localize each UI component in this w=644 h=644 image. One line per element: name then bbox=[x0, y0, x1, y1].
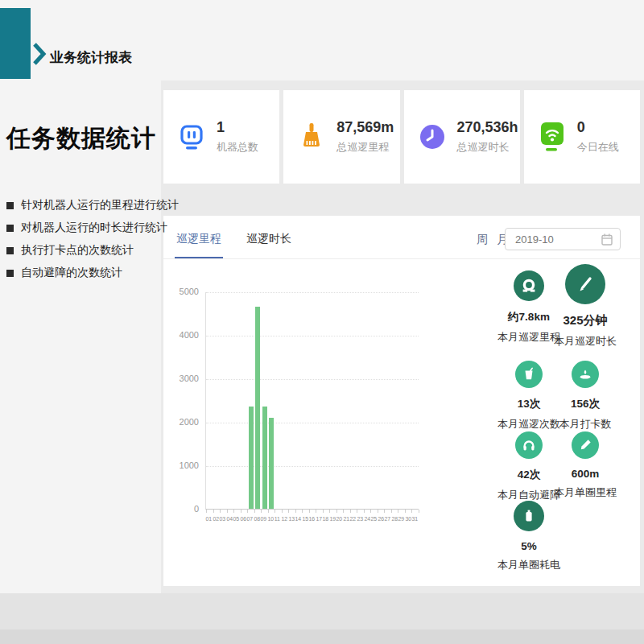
square-bullet-icon bbox=[6, 270, 14, 277]
x-axis-tick bbox=[323, 510, 324, 513]
bar-day-10[interactable] bbox=[269, 418, 274, 509]
brand-block bbox=[0, 8, 31, 79]
x-tick-label: 06 bbox=[240, 515, 246, 522]
stat-label: 本月打卡数 bbox=[559, 417, 612, 431]
x-axis-tick bbox=[275, 510, 275, 513]
magnet-icon bbox=[514, 270, 544, 301]
card-value: 0 bbox=[577, 119, 619, 136]
headset-icon bbox=[515, 431, 543, 459]
x-tick-label: 03 bbox=[219, 515, 225, 522]
rocket-icon bbox=[572, 431, 599, 459]
stat-value: 156次 bbox=[571, 397, 600, 411]
x-tick-label: 27 bbox=[385, 515, 391, 522]
x-axis-tick bbox=[411, 510, 412, 513]
bar-day-07[interactable] bbox=[249, 407, 254, 509]
stat-label: 本月巡逻里程 bbox=[497, 330, 560, 345]
stat-label: 本月单圈里程 bbox=[554, 485, 617, 500]
y-tick-label: 4000 bbox=[163, 330, 199, 340]
x-axis-tick bbox=[398, 510, 398, 513]
card-total-mileage: 87,569m 总巡逻里程 bbox=[283, 90, 399, 184]
x-tick-label: 16 bbox=[309, 515, 316, 522]
stat-month-lap-mileage: 600m 本月单圈里程 bbox=[557, 431, 613, 500]
card-robot-total: 1 机器总数 bbox=[163, 90, 279, 184]
main-panel: 巡逻里程 巡逻时长 周 月 2019-10 010002000300040005… bbox=[163, 216, 640, 586]
card-online-today: 0 今日在线 bbox=[524, 90, 640, 184]
pen-icon bbox=[565, 264, 605, 304]
x-axis-tick bbox=[220, 510, 221, 513]
x-axis-tick bbox=[282, 510, 283, 513]
stat-value: 600m bbox=[572, 468, 600, 480]
y-tick-label: 3000 bbox=[163, 374, 199, 383]
x-tick-label: 30 bbox=[405, 515, 411, 522]
x-tick-label: 08 bbox=[254, 515, 260, 522]
x-axis-tick bbox=[419, 510, 419, 513]
checkin-icon bbox=[572, 361, 599, 388]
cup-icon bbox=[515, 361, 543, 388]
square-bullet-icon bbox=[6, 247, 14, 254]
card-label: 机器总数 bbox=[217, 140, 258, 155]
x-tick-label: 31 bbox=[412, 515, 419, 522]
x-tick-label: 07 bbox=[247, 515, 254, 522]
x-tick-label: 01 bbox=[205, 515, 212, 522]
x-tick-label: 26 bbox=[378, 515, 384, 522]
x-axis-tick bbox=[309, 510, 310, 513]
card-value: 270,536h bbox=[457, 119, 518, 136]
stat-cards-row: 1 机器总数 87,569m 总巡逻里程 270,536h 总巡逻时长 bbox=[163, 90, 640, 184]
x-axis-tick bbox=[213, 510, 214, 513]
bar-day-09[interactable] bbox=[262, 407, 267, 509]
gridline bbox=[206, 336, 419, 336]
x-tick-label: 15 bbox=[302, 515, 308, 522]
x-tick-label: 22 bbox=[350, 515, 357, 522]
x-axis-tick bbox=[370, 510, 371, 513]
x-tick-label: 21 bbox=[343, 515, 349, 522]
x-tick-label: 13 bbox=[288, 515, 295, 522]
chevron-right-icon bbox=[32, 43, 47, 65]
bullet-item: 执行打卡点的次数统计 bbox=[6, 243, 192, 258]
square-bullet-icon bbox=[6, 202, 14, 209]
x-tick-label: 04 bbox=[226, 515, 233, 522]
tab-divider bbox=[163, 258, 640, 259]
stat-value: 5% bbox=[521, 540, 537, 552]
bottom-strip bbox=[0, 593, 644, 630]
y-tick-label: 2000 bbox=[163, 417, 199, 427]
bar-plot bbox=[205, 292, 419, 510]
x-tick-label: 28 bbox=[391, 515, 398, 522]
stat-value: 13次 bbox=[518, 397, 541, 411]
date-picker[interactable]: 2019-10 bbox=[505, 228, 621, 250]
x-axis-tick bbox=[302, 510, 303, 513]
period-week-toggle[interactable]: 周 bbox=[477, 233, 488, 247]
gridline bbox=[206, 379, 419, 380]
x-axis-tick bbox=[295, 510, 296, 513]
bullet-item: 对机器人运行的时长进行统计 bbox=[6, 221, 192, 235]
x-tick-label: 12 bbox=[281, 515, 287, 522]
x-axis-tick bbox=[206, 510, 207, 513]
broom-icon bbox=[297, 122, 326, 152]
x-tick-label: 10 bbox=[267, 515, 274, 522]
x-tick-label: 11 bbox=[275, 515, 281, 522]
x-axis-tick bbox=[391, 510, 392, 513]
x-tick-label: 17 bbox=[316, 515, 322, 522]
stat-month-obstacle-avoidance: 42次 本月自动避障 bbox=[501, 431, 557, 502]
x-tick-label: 05 bbox=[233, 515, 240, 522]
x-tick-label: 02 bbox=[213, 515, 219, 522]
card-total-duration: 270,536h 总巡逻时长 bbox=[404, 90, 520, 184]
wifi-icon bbox=[538, 122, 567, 152]
bar-day-08[interactable] bbox=[255, 307, 260, 509]
stat-label: 本月单圈耗电 bbox=[497, 558, 560, 572]
x-tick-label: 20 bbox=[336, 515, 343, 522]
x-tick-label: 24 bbox=[364, 515, 370, 522]
x-axis-tick bbox=[378, 510, 378, 513]
stat-label: 本月巡逻次数 bbox=[497, 417, 560, 431]
card-label: 总巡逻里程 bbox=[336, 140, 394, 155]
x-axis-labels: 0102030405060708091011121314151617181920… bbox=[205, 515, 419, 522]
stat-month-mileage: 约7.8km 本月巡逻里程 bbox=[501, 270, 557, 345]
x-tick-label: 09 bbox=[261, 515, 267, 522]
x-axis-tick bbox=[316, 510, 316, 513]
section-title: 任务数据统计 bbox=[6, 122, 156, 155]
stat-label: 本月巡逻时长 bbox=[554, 334, 617, 349]
x-tick-label: 23 bbox=[357, 515, 363, 522]
bullet-item: 自动避障的次数统计 bbox=[6, 266, 192, 280]
date-picker-value: 2019-10 bbox=[515, 233, 601, 246]
tab-patrol-duration[interactable]: 巡逻时长 bbox=[246, 232, 291, 246]
x-axis-tick bbox=[241, 510, 242, 513]
